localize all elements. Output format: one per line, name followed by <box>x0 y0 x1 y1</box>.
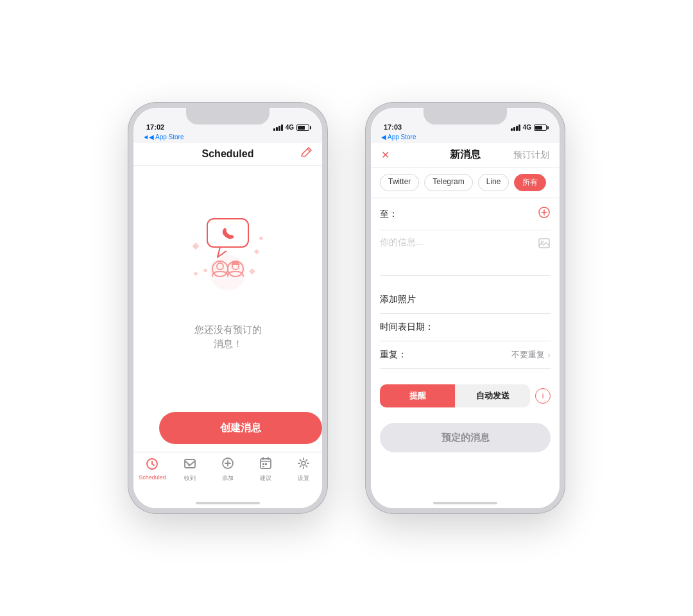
settings-icon <box>296 456 311 473</box>
edit-btn-1[interactable] <box>300 147 312 161</box>
close-btn[interactable]: ✕ <box>381 149 389 161</box>
empty-text: 您还没有预订的 消息！ <box>194 323 262 352</box>
to-label: 至： <box>380 209 425 220</box>
tab-inbox-label: 收到 <box>184 474 196 483</box>
nav-right-label[interactable]: 预订计划 <box>513 150 549 161</box>
tab-scheduled[interactable]: Scheduled <box>133 456 171 481</box>
svg-rect-21 <box>265 463 267 465</box>
send-mode-row: 提醒 自动发送 i <box>380 377 551 415</box>
nav-bar-1: Scheduled <box>133 143 322 166</box>
svg-rect-20 <box>262 463 264 465</box>
inbox-icon <box>183 456 197 473</box>
filter-all[interactable]: 所有 <box>514 174 546 191</box>
empty-line1: 您还没有预订的 <box>194 324 262 335</box>
battery-fill-2 <box>535 126 542 130</box>
tab-scheduled-label: Scheduled <box>139 474 166 481</box>
svg-rect-6 <box>207 219 248 247</box>
home-bar-2 <box>433 502 497 504</box>
screen-1: Scheduled <box>133 143 322 508</box>
filter-line[interactable]: Line <box>478 174 509 191</box>
signal-1 <box>273 124 283 131</box>
svg-rect-2 <box>203 268 207 273</box>
empty-state: 您还没有预订的 消息！ <box>133 166 322 393</box>
status-right-1: 4G <box>273 124 309 131</box>
tab-add-label: 添加 <box>222 474 234 483</box>
svg-point-26 <box>542 241 543 243</box>
svg-rect-22 <box>262 466 264 467</box>
add-recipient-btn[interactable] <box>538 206 551 222</box>
home-bar-1 <box>196 502 260 504</box>
battery-fill-1 <box>298 126 305 130</box>
svg-rect-5 <box>259 236 263 241</box>
tab-settings-label: 设置 <box>298 474 309 483</box>
add-photo-label: 添加照片 <box>380 294 425 305</box>
tab-inbox[interactable]: 收到 <box>171 456 209 483</box>
auto-send-option[interactable]: 自动发送 <box>455 384 530 407</box>
signal-2 <box>511 124 520 131</box>
message-input[interactable]: 你的信息... <box>380 237 533 269</box>
create-btn-container: 创建消息 <box>133 393 322 444</box>
time-2: 17:03 <box>384 123 402 131</box>
time-1: 17:02 <box>146 123 164 131</box>
svg-rect-3 <box>249 268 255 275</box>
create-message-btn[interactable]: 创建消息 <box>159 412 322 444</box>
tab-add[interactable]: 添加 <box>209 456 247 483</box>
status-right-2: 4G <box>511 124 547 131</box>
send-mode-toggle: 提醒 自动发送 <box>380 384 530 407</box>
repeat-label: 重复： <box>380 349 425 361</box>
nav-title-1: Scheduled <box>202 148 254 160</box>
platform-filters: Twitter Telegram Line 所有 <box>371 167 560 198</box>
svg-rect-4 <box>193 271 198 276</box>
svg-rect-0 <box>192 243 199 250</box>
back-label-2: App Store <box>388 133 416 141</box>
carrier-2: 4G <box>523 124 531 131</box>
filter-twitter[interactable]: Twitter <box>380 174 419 191</box>
form-section: 至： 你的信息... <box>371 198 560 498</box>
nav-title-2: 新消息 <box>450 148 481 162</box>
tab-suggestions-label: 建议 <box>260 474 271 483</box>
notch-2 <box>424 108 507 124</box>
date-row[interactable]: 时间表日期： <box>380 314 551 341</box>
battery-2 <box>534 124 547 131</box>
repeat-chevron: › <box>547 350 551 360</box>
back-btn-1[interactable]: ◀ App Store <box>133 133 322 143</box>
phone-1: 17:02 4G ◀ App Store Scheduled <box>128 103 327 513</box>
illustration <box>176 207 279 310</box>
repeat-value: 不要重复 <box>511 349 545 361</box>
add-photo-row[interactable]: 添加照片 <box>380 286 551 314</box>
date-label: 时间表日期： <box>380 321 444 333</box>
repeat-row[interactable]: 重复： 不要重复 › <box>380 341 551 369</box>
battery-1 <box>296 124 309 131</box>
add-icon <box>221 456 235 473</box>
svg-point-15 <box>210 255 246 291</box>
home-indicator-1 <box>133 498 322 508</box>
home-indicator-2 <box>371 498 560 508</box>
back-btn-2[interactable]: ◀ App Store <box>371 133 560 143</box>
back-label-1: App Store <box>155 133 184 141</box>
filter-telegram[interactable]: Telegram <box>424 174 472 191</box>
screen-2: ✕ 新消息 预订计划 Twitter Telegram Line 所有 至： <box>371 143 560 508</box>
message-input-area: 你的信息... <box>380 230 551 276</box>
to-field-row: 至： <box>380 198 551 230</box>
svg-rect-1 <box>254 249 259 254</box>
empty-line2: 消息！ <box>214 338 243 349</box>
scheduled-icon <box>145 456 159 473</box>
tab-bar-1: Scheduled 收到 <box>133 452 322 498</box>
svg-point-23 <box>302 461 305 465</box>
suggestions-icon <box>259 456 273 473</box>
nav-bar-2: ✕ 新消息 预订计划 <box>371 143 560 167</box>
notch-1 <box>186 108 270 124</box>
info-btn[interactable]: i <box>535 388 551 404</box>
tab-suggestions[interactable]: 建议 <box>246 456 284 483</box>
remind-option[interactable]: 提醒 <box>380 384 455 407</box>
back-arrow-1: ◀ <box>149 133 154 141</box>
spacer <box>133 444 322 452</box>
phone-2: 17:03 4G ◀ App Store ✕ 新消息 预订计划 Twitter <box>366 103 565 513</box>
image-icon[interactable] <box>538 237 551 253</box>
svg-rect-25 <box>539 239 549 248</box>
carrier-1: 4G <box>286 124 294 131</box>
schedule-btn[interactable]: 预定的消息 <box>380 423 551 452</box>
spacer-2 <box>380 276 551 286</box>
svg-rect-17 <box>185 459 195 468</box>
tab-settings[interactable]: 设置 <box>284 456 322 483</box>
